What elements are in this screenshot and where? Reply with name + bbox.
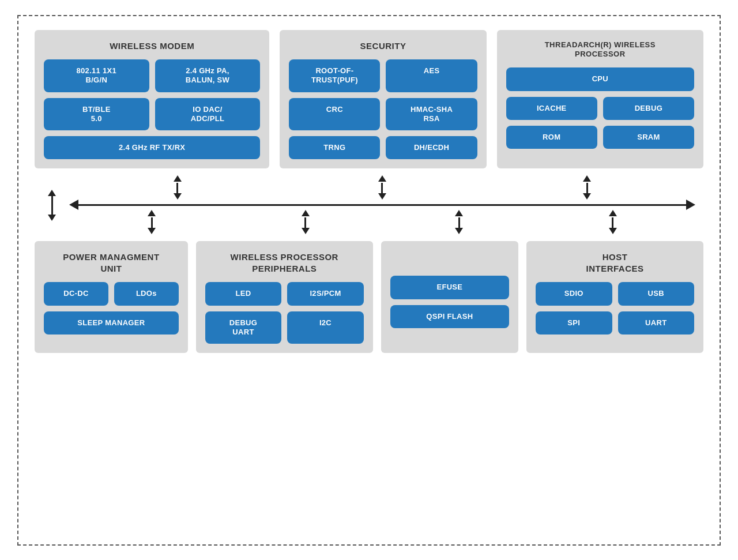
btn-iodac: IO DAC/ADC/PLL bbox=[155, 98, 261, 131]
threadarch-title: ThreadArch(R) WIRELESSPROCESSOR bbox=[506, 40, 694, 60]
security-grid: ROOT-OF-TRUST(PUF) AES CRC HMAC-SHARSA T… bbox=[289, 59, 477, 159]
efuse-panel: EFUSE QSPI FLASH bbox=[381, 241, 518, 353]
threadarch-bottom-grid: ICACHE DEBUG ROM SRAM bbox=[506, 97, 694, 149]
btn-debug: DEBUG bbox=[603, 97, 694, 120]
power-top-grid: DC-DC LDOs bbox=[44, 282, 179, 305]
btn-root: ROOT-OF-TRUST(PUF) bbox=[289, 59, 380, 92]
btn-uart: UART bbox=[618, 311, 695, 335]
btn-spi: SPI bbox=[536, 311, 612, 335]
btn-sdio: SDIO bbox=[536, 282, 612, 305]
bus-arrow-left bbox=[69, 200, 78, 210]
btn-i2spcm: I2S/PCM bbox=[287, 282, 364, 305]
btn-led: LED bbox=[205, 282, 282, 305]
btn-dcdc: DC-DC bbox=[44, 282, 108, 305]
bus-connections bbox=[35, 173, 703, 236]
threadarch-top-grid: CPU bbox=[506, 67, 694, 91]
btn-trng: TRNG bbox=[289, 136, 380, 159]
host-title: HOSTINTERFACES bbox=[536, 251, 694, 274]
btn-cpu: CPU bbox=[506, 67, 694, 91]
bottom-arrows-row bbox=[69, 210, 695, 235]
btn-sram: SRAM bbox=[603, 126, 694, 149]
left-v-arrow bbox=[48, 190, 56, 220]
btn-80211: 802.11 1X1B/G/N bbox=[44, 59, 149, 92]
conn-wireless-modem bbox=[174, 175, 182, 200]
btn-debuguart: DEBUGUART bbox=[205, 311, 282, 344]
conn-threadarch bbox=[583, 175, 591, 200]
bottom-row: POWER MANAGMENTUNIT DC-DC LDOs SLEEP MAN… bbox=[35, 241, 703, 353]
threadarch-panel: ThreadArch(R) WIRELESSPROCESSOR CPU ICAC… bbox=[497, 30, 703, 169]
bus-arrow-right bbox=[686, 200, 695, 210]
h-bus-line bbox=[69, 200, 695, 210]
btn-crc: CRC bbox=[289, 98, 380, 131]
btn-dh: DH/ECDH bbox=[386, 136, 477, 159]
top-arrows-row bbox=[69, 174, 695, 200]
wpp-grid: LED I2S/PCM DEBUGUART I2C bbox=[205, 282, 364, 344]
btn-usb: USB bbox=[618, 282, 695, 305]
bus-line bbox=[78, 204, 686, 206]
power-panel: POWER MANAGMENTUNIT DC-DC LDOs SLEEP MAN… bbox=[35, 241, 188, 353]
btn-ldos: LDOs bbox=[114, 282, 179, 305]
btn-hmac: HMAC-SHARSA bbox=[386, 98, 477, 131]
btn-btble: BT/BLE5.0 bbox=[44, 98, 149, 131]
top-row: WIRELESS MODEM 802.11 1X1B/G/N 2.4 GHz P… bbox=[35, 30, 703, 169]
btn-24ghz-pa: 2.4 GHz PA,BALUN, SW bbox=[155, 59, 261, 92]
conn-wpp bbox=[302, 210, 310, 234]
security-title: SECURITY bbox=[289, 40, 477, 52]
conn-security bbox=[378, 175, 386, 200]
wireless-modem-grid: 802.11 1X1B/G/N 2.4 GHz PA,BALUN, SW BT/… bbox=[44, 59, 260, 130]
btn-efuse: EFUSE bbox=[390, 276, 509, 299]
diagram-container: WIRELESS MODEM 802.11 1X1B/G/N 2.4 GHz P… bbox=[17, 15, 721, 546]
conn-host bbox=[609, 210, 617, 234]
btn-sleep: SLEEP MANAGER bbox=[44, 311, 179, 335]
btn-aes: AES bbox=[386, 59, 477, 92]
conn-efuse bbox=[455, 210, 463, 234]
wpp-panel: WIRELESS PROCESSORPERIPHERALS LED I2S/PC… bbox=[196, 241, 373, 353]
wireless-modem-title: WIRELESS MODEM bbox=[44, 40, 260, 52]
btn-i2c: I2C bbox=[287, 311, 364, 344]
btn-qspi: QSPI FLASH bbox=[390, 305, 509, 328]
conn-power bbox=[148, 210, 156, 234]
wireless-modem-bottom: 2.4 GHz RF TX/RX bbox=[44, 136, 260, 159]
main-bus bbox=[69, 174, 695, 235]
host-grid: SDIO USB SPI UART bbox=[536, 282, 694, 335]
btn-icache: ICACHE bbox=[506, 97, 597, 120]
wireless-modem-panel: WIRELESS MODEM 802.11 1X1B/G/N 2.4 GHz P… bbox=[35, 30, 269, 169]
wpp-title: WIRELESS PROCESSORPERIPHERALS bbox=[205, 251, 364, 274]
left-bus-connector bbox=[35, 190, 69, 220]
btn-24rf: 2.4 GHz RF TX/RX bbox=[44, 136, 260, 159]
security-panel: SECURITY ROOT-OF-TRUST(PUF) AES CRC HMAC… bbox=[280, 30, 486, 169]
host-panel: HOSTINTERFACES SDIO USB SPI UART bbox=[526, 241, 703, 353]
power-title: POWER MANAGMENTUNIT bbox=[44, 251, 179, 274]
efuse-grid: EFUSE QSPI FLASH bbox=[390, 276, 509, 328]
btn-rom: ROM bbox=[506, 126, 597, 149]
